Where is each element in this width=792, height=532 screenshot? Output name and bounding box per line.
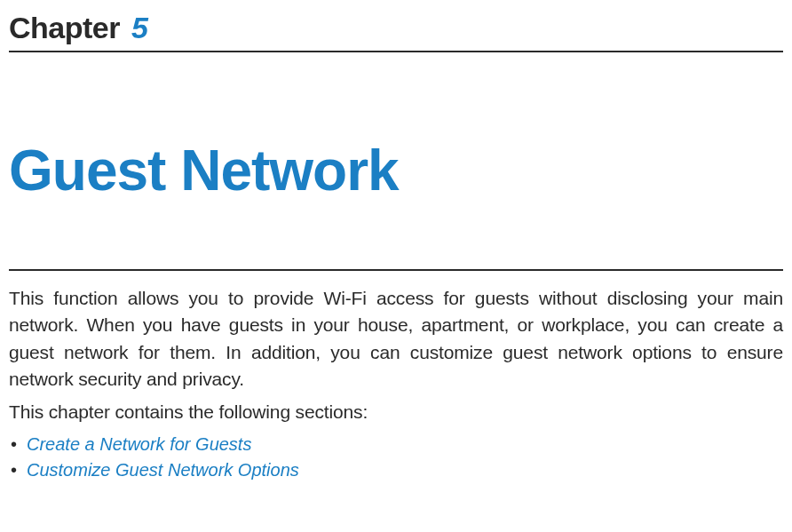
section-link-list: • Create a Network for Guests • Customiz… xyxy=(9,433,783,482)
chapter-label-text: Chapter xyxy=(9,11,120,44)
bullet-icon: • xyxy=(11,433,27,457)
divider-rule xyxy=(9,269,783,271)
list-item: • Customize Guest Network Options xyxy=(11,458,783,482)
page-container: Chapter 5 Guest Network This function al… xyxy=(0,0,792,482)
chapter-title: Guest Network xyxy=(9,138,783,203)
chapter-label: Chapter 5 xyxy=(9,11,783,52)
chapter-number: 5 xyxy=(128,11,147,44)
list-item: • Create a Network for Guests xyxy=(11,433,783,457)
sections-lead-in: This chapter contains the following sect… xyxy=(9,399,783,425)
section-link-customize-options[interactable]: Customize Guest Network Options xyxy=(27,458,299,482)
bullet-icon: • xyxy=(11,458,27,482)
section-link-create-network[interactable]: Create a Network for Guests xyxy=(27,433,251,457)
intro-paragraph: This function allows you to provide Wi-F… xyxy=(9,285,783,393)
